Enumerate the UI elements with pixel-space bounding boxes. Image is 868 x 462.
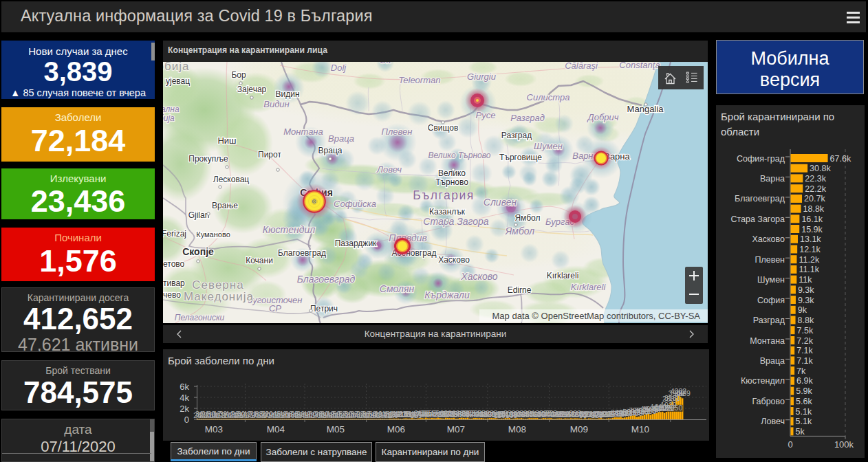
svg-text:11.2k: 11.2k [799, 255, 820, 265]
svg-text:M05: M05 [327, 424, 345, 434]
svg-text:Пирот: Пирот [258, 150, 281, 160]
svg-text:Călăraşi: Călăraşi [565, 62, 598, 71]
svg-text:Кюстендил: Кюстендил [741, 376, 785, 386]
svg-text:100k: 100k [834, 439, 854, 450]
svg-text:Петрич: Петрич [310, 304, 338, 314]
svg-text:ујевац: ујевац [166, 76, 190, 86]
svg-text:Свищов: Свищов [428, 123, 459, 133]
svg-text:67.6k: 67.6k [830, 154, 851, 164]
svg-text:СР: СР [269, 303, 281, 314]
svg-text:Map data © OpenStreetMap contr: Map data © OpenStreetMap contributors, C… [492, 311, 701, 321]
svg-text:Сливен: Сливен [484, 197, 517, 208]
svg-text:30.8k: 30.8k [810, 164, 831, 173]
svg-text:Варна: Варна [760, 174, 785, 184]
svg-text:5.1k: 5.1k [796, 417, 812, 426]
svg-text:Ямбол: Ямбол [514, 213, 540, 223]
svg-text:Скопје: Скопје [182, 246, 214, 257]
svg-text:Бор: Бор [231, 70, 246, 80]
svg-text:Монтана: Монтана [750, 336, 785, 346]
svg-text:обија: обија [163, 113, 175, 123]
svg-text:Ниш: Ниш [217, 135, 236, 146]
svg-text:Габрово: Габрово [752, 397, 785, 406]
svg-text:Хасково: Хасково [460, 271, 498, 282]
svg-text:16.1k: 16.1k [801, 214, 823, 224]
svg-text:София-град: София-град [737, 154, 785, 164]
svg-text:M06: M06 [387, 424, 405, 434]
svg-text:етово: етово [163, 259, 185, 269]
svg-text:0: 0 [788, 439, 792, 450]
svg-text:12.1k: 12.1k [799, 245, 821, 254]
svg-text:0: 0 [184, 415, 189, 425]
svg-text:Ловеч: Ловеч [761, 417, 785, 426]
svg-text:Хасково: Хасково [438, 255, 470, 265]
svg-text:Кюстендил: Кюстендил [263, 224, 315, 235]
svg-text:6k: 6k [180, 382, 189, 392]
svg-text:M10: M10 [631, 424, 649, 434]
svg-text:Плевен: Плевен [382, 126, 413, 137]
svg-text:Шумен: Шумен [534, 141, 563, 151]
svg-text:Teleorman: Teleorman [399, 75, 441, 85]
svg-text:Казанлък: Казанлък [429, 207, 466, 217]
svg-text:Ferizaj: Ferizaj [163, 229, 186, 239]
svg-text:8.8k: 8.8k [798, 316, 814, 325]
svg-text:Разград: Разград [501, 131, 532, 140]
svg-text:Кърджали: Кърджали [424, 289, 470, 300]
svg-text:Търговище: Търговище [499, 153, 542, 162]
svg-text:Разград: Разград [753, 316, 785, 325]
svg-text:Плевен: Плевен [755, 255, 785, 265]
svg-text:Враца: Враца [328, 133, 354, 144]
svg-text:18.8k: 18.8k [803, 204, 825, 214]
svg-text:M09: M09 [570, 424, 588, 434]
svg-text:Olt: Olt [380, 62, 392, 65]
svg-text:22.2k: 22.2k [805, 184, 826, 194]
svg-text:Враца: Враца [760, 356, 785, 366]
svg-text:5.6k: 5.6k [796, 397, 812, 406]
svg-text:Търново: Търново [435, 177, 468, 187]
svg-text:Ловеч: Ловеч [376, 164, 402, 175]
svg-text:5.9k: 5.9k [796, 386, 812, 396]
svg-text:7.2k: 7.2k [796, 336, 813, 346]
svg-text:Edirne: Edirne [508, 285, 532, 295]
svg-text:M03: M03 [205, 424, 223, 434]
svg-text:9k: 9k [798, 305, 807, 315]
svg-text:7.5k: 7.5k [797, 326, 814, 336]
svg-text:M04: M04 [267, 424, 285, 434]
svg-text:2k: 2k [180, 404, 189, 414]
svg-text:Благоевград: Благоевград [735, 194, 785, 204]
svg-text:Силистра: Силистра [527, 92, 570, 102]
svg-text:Kırklareli: Kırklareli [547, 271, 579, 280]
svg-text:Прокупље: Прокупље [188, 154, 228, 164]
svg-text:Стара Загора: Стара Загора [730, 214, 785, 224]
svg-text:Македонија: Македонија [184, 290, 254, 303]
svg-text:6.9k: 6.9k [796, 376, 813, 386]
svg-text:Пазарджик: Пазарджик [335, 239, 377, 248]
svg-text:Gjilan: Gjilan [188, 210, 210, 220]
svg-text:20.7k: 20.7k [804, 194, 825, 204]
svg-text:9.3k: 9.3k [798, 285, 814, 295]
svg-text:Врање: Врање [212, 201, 238, 210]
svg-text:5k: 5k [796, 427, 805, 437]
svg-text:13.1k: 13.1k [800, 234, 821, 244]
svg-text:Стара Загора: Стара Загора [423, 216, 489, 227]
svg-text:Kırklareli: Kırklareli [571, 282, 607, 292]
svg-text:7.1k: 7.1k [796, 356, 813, 366]
svg-text:4k: 4k [180, 393, 189, 403]
svg-text:7k: 7k [796, 366, 806, 376]
svg-text:5.1k: 5.1k [796, 407, 812, 417]
svg-text:обија: обија [163, 62, 189, 73]
svg-text:Монтана: Монтана [283, 126, 323, 137]
svg-text:Ямбол: Ямбол [505, 226, 534, 236]
svg-text:Giurgiu: Giurgiu [467, 72, 496, 82]
svg-text:3839: 3839 [675, 389, 691, 397]
svg-text:Добрич: Добрич [587, 112, 619, 122]
svg-text:София: София [757, 296, 785, 305]
svg-text:трална: трална [163, 104, 180, 114]
svg-text:Шумен: Шумен [757, 275, 785, 285]
svg-text:9.3k: 9.3k [798, 296, 814, 305]
svg-text:Пелагониски: Пелагониски [175, 313, 225, 322]
svg-text:11k: 11k [799, 275, 812, 285]
svg-text:България: България [413, 188, 474, 202]
svg-text:Софийска: Софийска [334, 199, 376, 209]
svg-text:Куманово: Куманово [196, 230, 230, 239]
svg-text:Смолян: Смолян [380, 283, 415, 294]
